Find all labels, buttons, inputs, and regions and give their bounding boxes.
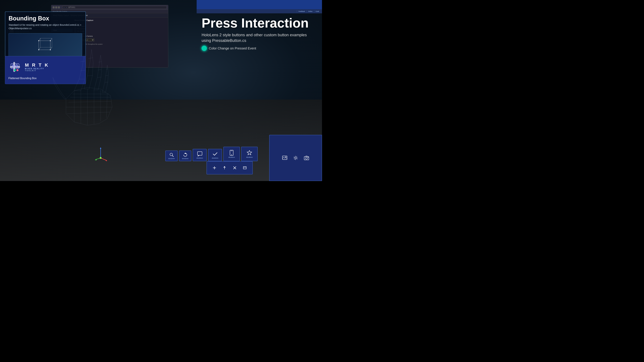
camera-icon — [304, 155, 309, 161]
button-phone-label: 48x48mm — [228, 156, 235, 158]
panel-camera-btn[interactable] — [302, 154, 310, 162]
svg-marker-49 — [106, 160, 107, 161]
svg-marker-21 — [102, 65, 108, 92]
svg-marker-57 — [198, 155, 200, 157]
holo-button-check[interactable]: 40x40mm — [208, 149, 222, 161]
svg-line-35 — [80, 70, 86, 71]
holo-button-refresh[interactable]: 32x32mm — [179, 150, 191, 161]
gear-icon — [293, 155, 298, 161]
svg-line-45 — [106, 69, 108, 69]
mrtk-logo-icon — [8, 60, 22, 73]
svg-point-73 — [295, 157, 296, 159]
button-check-label: 40x40mm — [212, 157, 218, 159]
mrc-section-title: Mixed Reality Capture — [74, 19, 166, 21]
svg-line-48 — [100, 158, 106, 160]
holo-button-chat[interactable]: 40x40mm — [193, 149, 207, 161]
hand-mesh-svg — [41, 33, 140, 157]
feedback-link[interactable]: Feedback — [297, 10, 306, 12]
url-bar[interactable]: ← → 127.0.0.1 — [62, 6, 167, 9]
search-icon — [169, 152, 174, 157]
color-indicator-dot — [202, 46, 207, 51]
toolbar-window-btn[interactable] — [242, 165, 248, 171]
chat-icon — [197, 151, 202, 157]
svg-line-24 — [67, 112, 110, 114]
svg-rect-56 — [198, 152, 202, 155]
checkbox-holograms[interactable]: ✓ Holograms — [74, 25, 166, 27]
checkmark-icon — [212, 151, 218, 157]
star-icon — [246, 150, 252, 156]
svg-marker-22 — [53, 77, 66, 99]
minimize-btn[interactable]: ─ — [52, 6, 54, 8]
cook-label: Cook — [314, 10, 320, 12]
pin-icon — [223, 166, 226, 170]
mrtk-footer: Flattened Bounding Box — [8, 77, 36, 80]
svg-marker-66 — [224, 166, 225, 167]
svg-marker-47 — [100, 147, 101, 149]
bounding-box-title: Bounding Box — [8, 15, 82, 22]
right-panel — [269, 135, 322, 181]
panel-settings-btn[interactable] — [292, 154, 300, 162]
window-icon — [243, 166, 246, 170]
checkbox-pvcamera[interactable]: ✓ PV camera — [74, 28, 166, 30]
hand-mesh — [41, 33, 140, 157]
holo-button-star[interactable]: 48x48mm — [241, 147, 258, 161]
svg-point-15 — [14, 69, 16, 71]
bottom-toolbar — [206, 161, 253, 174]
svg-point-13 — [12, 64, 15, 68]
press-interaction-section: Press Interaction HoloLens 2 style butto… — [202, 16, 314, 51]
bounding-box-subtitle: Standard UI for resizing and rotating an… — [8, 23, 82, 30]
toolbar-pin-btn[interactable] — [221, 165, 228, 171]
holo-button-search[interactable]: 32x32mm — [165, 150, 178, 161]
button-search-label: 32x32mm — [168, 158, 175, 159]
press-interaction-subtitle: HoloLens 2 style buttons and other custo… — [202, 32, 314, 43]
toolbar-close-btn[interactable] — [232, 165, 238, 171]
toolbar-plus-btn[interactable] — [211, 165, 218, 171]
svg-line-54 — [172, 155, 174, 157]
svg-line-39 — [88, 58, 93, 58]
panel-image-btn[interactable] — [280, 154, 289, 162]
close-icon — [233, 166, 236, 170]
close-btn[interactable]: ✕ — [58, 6, 60, 8]
svg-point-16 — [16, 69, 18, 71]
mrtk-logo-svg — [8, 60, 22, 73]
svg-line-42 — [98, 62, 102, 62]
checkbox-micaudio[interactable]: ✓ Mic Audio — [74, 30, 166, 32]
svg-line-37 — [88, 75, 93, 76]
svg-point-6 — [38, 40, 39, 41]
svg-line-43 — [105, 82, 108, 82]
svg-marker-51 — [95, 159, 97, 160]
capture-label: Capture — [74, 22, 166, 24]
axes-svg — [92, 145, 109, 161]
svg-point-59 — [231, 154, 232, 155]
blue-top-overlay — [197, 0, 322, 10]
axes-widget — [92, 145, 109, 161]
svg-line-33 — [106, 94, 107, 118]
image-icon — [282, 155, 287, 161]
svg-rect-69 — [243, 167, 246, 169]
svg-marker-20 — [94, 55, 102, 90]
refresh-icon — [183, 152, 188, 157]
plus-icon — [213, 166, 216, 170]
holo-button-phone[interactable]: 48x48mm — [223, 147, 240, 161]
svg-marker-17 — [66, 87, 112, 125]
color-change-row: Color Change on Pressed Event — [202, 46, 314, 51]
color-change-label: Color Change on Pressed Event — [209, 46, 256, 50]
phone-icon — [229, 150, 234, 156]
feedback-bar: Feedback Online Cook — [197, 9, 322, 13]
maximize-btn[interactable]: □ — [55, 6, 57, 8]
online-status: Online — [307, 10, 314, 12]
button-refresh-label: 32x32mm — [182, 158, 188, 159]
svg-point-76 — [308, 157, 308, 158]
svg-line-25 — [68, 101, 111, 102]
press-interaction-title: Press Interaction — [202, 16, 314, 30]
titlebar-buttons: ─ □ ✕ — [52, 6, 60, 8]
right-panel-icons — [277, 150, 314, 165]
svg-line-36 — [80, 61, 85, 62]
svg-marker-19 — [84, 49, 93, 89]
svg-marker-61 — [247, 150, 252, 155]
svg-point-53 — [170, 153, 172, 156]
svg-rect-52 — [100, 157, 102, 159]
svg-marker-18 — [74, 54, 86, 91]
svg-point-14 — [15, 64, 18, 68]
button-grid: 32x32mm 32x32mm 40x40mm 40x40mm 48x48mm — [165, 147, 258, 161]
